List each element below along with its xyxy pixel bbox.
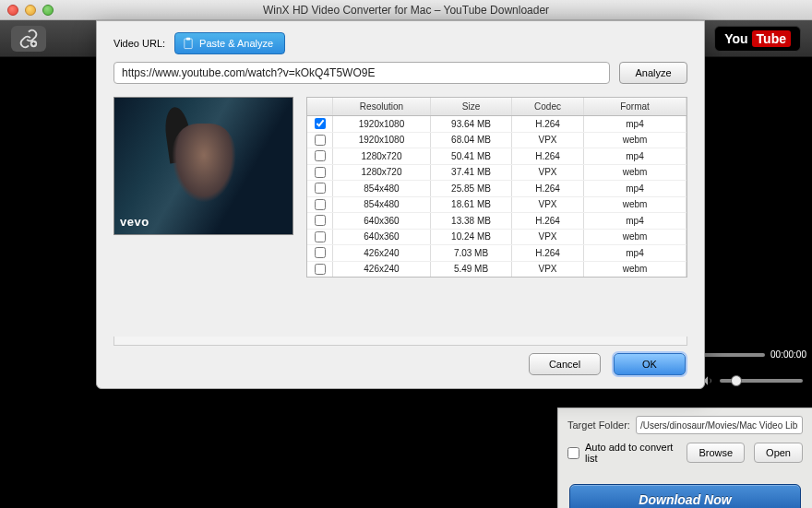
- auto-add-checkbox[interactable]: [567, 447, 579, 459]
- ok-button[interactable]: OK: [614, 353, 686, 375]
- cell-size: 50.41 MB: [431, 148, 512, 164]
- cell-format: mp4: [584, 213, 687, 229]
- video-url-label: Video URL:: [113, 38, 165, 49]
- volume-slider[interactable]: [720, 379, 803, 383]
- table-row[interactable]: 1920x108068.04 MBVPXwebm: [307, 133, 687, 149]
- th-codec[interactable]: Codec: [512, 98, 584, 115]
- svg-rect-2: [186, 38, 190, 41]
- cell-resolution: 426x240: [333, 245, 431, 261]
- minimize-icon[interactable]: [25, 5, 36, 16]
- row-checkbox[interactable]: [315, 264, 326, 275]
- cell-format: mp4: [584, 148, 687, 164]
- cell-codec: H.264: [512, 213, 584, 229]
- cell-codec: H.264: [512, 116, 584, 132]
- table-row[interactable]: 1280x72050.41 MBH.264mp4: [307, 148, 687, 165]
- cell-resolution: 854x480: [333, 181, 431, 196]
- analyze-dialog: Video URL: Paste & Analyze Analyze vevo …: [96, 20, 705, 389]
- cell-size: 37.41 MB: [431, 165, 512, 181]
- cell-codec: H.264: [512, 181, 584, 196]
- row-checkbox[interactable]: [315, 183, 326, 194]
- th-resolution[interactable]: Resolution: [333, 98, 431, 115]
- row-checkbox[interactable]: [315, 247, 326, 258]
- cell-size: 10.24 MB: [431, 230, 512, 245]
- table-row[interactable]: 426x2407.03 MBH.264mp4: [307, 245, 687, 262]
- target-folder-input[interactable]: [636, 416, 803, 434]
- cell-size: 93.64 MB: [431, 116, 512, 132]
- cell-codec: VPX: [512, 133, 584, 148]
- horizontal-scrollbar[interactable]: [113, 337, 687, 346]
- cell-size: 13.38 MB: [431, 213, 512, 229]
- table-row[interactable]: 1920x108093.64 MBH.264mp4: [307, 116, 687, 133]
- format-table: Resolution Size Codec Format 1920x108093…: [306, 97, 687, 278]
- cell-codec: VPX: [512, 165, 584, 181]
- cell-format: webm: [584, 197, 687, 213]
- cell-size: 5.49 MB: [431, 262, 512, 278]
- clipboard-icon: [183, 37, 194, 50]
- youtube-tube: Tube: [752, 30, 791, 47]
- cell-codec: VPX: [512, 230, 584, 245]
- cell-format: mp4: [584, 116, 687, 132]
- table-row[interactable]: 640x36013.38 MBH.264mp4: [307, 213, 687, 230]
- window-titlebar: WinX HD Video Converter for Mac – YouTub…: [0, 0, 812, 20]
- cell-resolution: 426x240: [333, 262, 431, 278]
- cell-codec: VPX: [512, 262, 584, 278]
- cell-format: mp4: [584, 181, 687, 196]
- row-checkbox[interactable]: [315, 231, 326, 242]
- cell-resolution: 640x360: [333, 213, 431, 229]
- row-checkbox[interactable]: [315, 167, 326, 178]
- volume-control[interactable]: [701, 374, 803, 387]
- browse-button[interactable]: Browse: [687, 443, 745, 463]
- vevo-badge: vevo: [120, 215, 149, 229]
- cell-resolution: 640x360: [333, 230, 431, 245]
- th-format[interactable]: Format: [584, 98, 687, 115]
- table-row[interactable]: 854x48018.61 MBVPXwebm: [307, 197, 687, 214]
- side-panel: Target Folder: Auto add to convert list …: [557, 408, 812, 508]
- open-button[interactable]: Open: [754, 443, 803, 463]
- close-icon[interactable]: [7, 5, 18, 16]
- row-checkbox[interactable]: [315, 135, 326, 146]
- cell-codec: H.264: [512, 245, 584, 261]
- cell-format: mp4: [584, 245, 687, 261]
- cancel-button[interactable]: Cancel: [529, 353, 601, 375]
- cell-format: webm: [584, 230, 687, 245]
- table-row[interactable]: 640x36010.24 MBVPXwebm: [307, 230, 687, 246]
- link-icon[interactable]: [11, 26, 46, 52]
- table-row[interactable]: 426x2405.49 MBVPXwebm: [307, 262, 687, 278]
- row-checkbox[interactable]: [315, 150, 326, 161]
- cell-resolution: 1280x720: [333, 165, 431, 181]
- cell-size: 18.61 MB: [431, 197, 512, 213]
- cell-codec: H.264: [512, 148, 584, 164]
- cell-format: webm: [584, 262, 687, 278]
- cell-resolution: 1920x1080: [333, 133, 431, 148]
- auto-add-label: Auto add to convert list: [585, 442, 681, 464]
- cell-resolution: 1920x1080: [333, 116, 431, 132]
- paste-analyze-label: Paste & Analyze: [199, 38, 273, 49]
- row-checkbox[interactable]: [315, 199, 326, 210]
- cell-codec: VPX: [512, 197, 584, 213]
- cell-size: 7.03 MB: [431, 245, 512, 261]
- svg-rect-1: [185, 39, 192, 49]
- window-title: WinX HD Video Converter for Mac – YouTub…: [263, 4, 549, 17]
- playback-time: 00:00:00: [770, 349, 806, 360]
- table-row[interactable]: 854x48025.85 MBH.264mp4: [307, 181, 687, 197]
- cell-format: webm: [584, 133, 687, 148]
- video-thumbnail: vevo: [113, 97, 293, 235]
- target-folder-label: Target Folder:: [567, 419, 630, 431]
- paste-analyze-button[interactable]: Paste & Analyze: [174, 32, 285, 54]
- cell-resolution: 854x480: [333, 197, 431, 213]
- cell-format: webm: [584, 165, 687, 181]
- th-size[interactable]: Size: [431, 98, 512, 115]
- cell-size: 25.85 MB: [431, 181, 512, 196]
- cell-resolution: 1280x720: [333, 148, 431, 164]
- youtube-you: You: [724, 31, 747, 46]
- download-now-button[interactable]: Download Now: [569, 484, 801, 508]
- cell-size: 68.04 MB: [431, 133, 512, 148]
- maximize-icon[interactable]: [42, 5, 54, 16]
- analyze-button[interactable]: Analyze: [619, 62, 687, 84]
- youtube-badge: You Tube: [714, 26, 801, 52]
- row-checkbox[interactable]: [315, 215, 326, 226]
- video-url-input[interactable]: [113, 62, 610, 84]
- row-checkbox[interactable]: [315, 118, 326, 129]
- table-row[interactable]: 1280x72037.41 MBVPXwebm: [307, 165, 687, 182]
